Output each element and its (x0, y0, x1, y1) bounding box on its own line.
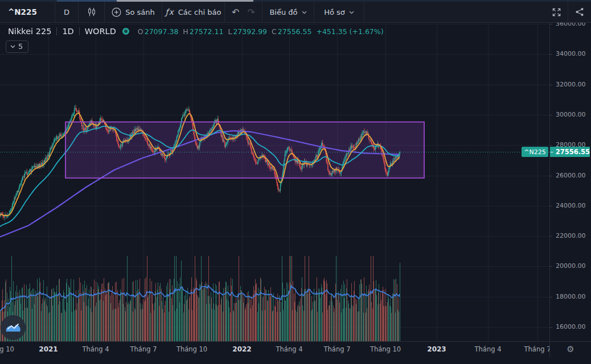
price-chart-canvas[interactable] (0, 23, 549, 341)
platform-logo[interactable] (0, 315, 26, 341)
undo-icon[interactable]: ↶ (232, 7, 239, 18)
ohlc-values: O27097.38 H27572.11 L27392.99 C27556.55 … (138, 27, 384, 36)
y-axis-label: 36000.00 (550, 23, 591, 27)
symbol-text: ^N225 (8, 7, 37, 16)
x-axis-label: Tháng 7 (130, 345, 157, 353)
toolbar: ^N225 D So sánh ƒx Các chỉ báo ↶ ↷ Biểu … (0, 2, 591, 23)
x-axis-label: Tháng 7 (524, 345, 549, 353)
chevron-down-icon (10, 45, 15, 48)
share-button[interactable] (568, 2, 591, 22)
interval-label: D (64, 8, 69, 16)
chart-menu-button[interactable]: Biểu đồ (262, 2, 314, 22)
price-tag-value: – 27556.55 (550, 147, 590, 157)
ohlc-toggle-chip[interactable]: 5 (6, 40, 28, 53)
price-tag-symbol: ^N225 (522, 147, 548, 157)
y-axis-label: 32000.00 (550, 81, 591, 88)
interval-button[interactable]: D (55, 2, 78, 22)
candlestick-icon (87, 7, 97, 17)
chevron-down-icon (302, 11, 307, 14)
close-label: C (272, 27, 277, 36)
high-label: H (183, 27, 188, 36)
series-title[interactable]: Nikkei 225 (8, 27, 51, 36)
chip-value: 5 (18, 42, 23, 51)
y-axis-label: 22000.00 (550, 232, 591, 239)
fullscreen-button[interactable] (545, 2, 568, 22)
compare-button[interactable]: So sánh (105, 2, 162, 22)
open-value: 27097.38 (145, 27, 179, 36)
plus-circle-icon (112, 7, 121, 17)
series-interval[interactable]: 1D (62, 27, 73, 36)
legend-divider (79, 27, 80, 35)
x-axis-label: Tháng 7 (324, 345, 351, 353)
x-axis-label: 2023 (427, 345, 446, 353)
price-axis[interactable]: 36000.0034000.0032000.0030000.0028000.00… (549, 23, 591, 341)
axis-settings-corner: ⚙ (549, 341, 591, 357)
high-value: 27572.11 (190, 27, 224, 36)
x-axis-label: Tháng 10 (370, 345, 401, 353)
profile-menu-button[interactable]: Hồ sơ (314, 2, 364, 22)
chart-style-button[interactable] (79, 2, 104, 22)
close-value: 27556.55 (278, 27, 312, 36)
indicators-button[interactable]: ƒx Các chỉ báo (162, 2, 224, 22)
gear-icon[interactable]: ⚙ (567, 345, 574, 354)
low-label: L (228, 27, 232, 36)
history-group: ↶ ↷ (225, 2, 262, 22)
x-axis-label: Tháng 4 (475, 345, 502, 353)
indicators-label: Các chỉ báo (178, 8, 221, 16)
change-value: +451.35 (+1.67%) (316, 27, 383, 36)
y-axis-label: 30000.00 (550, 111, 591, 118)
legend-divider (56, 27, 57, 35)
fx-icon: ƒx (166, 7, 174, 16)
x-axis-label: Tháng 10 (177, 345, 207, 353)
x-axis-label: g 10 (0, 345, 14, 353)
open-label: O (138, 27, 143, 36)
profile-menu-label: Hồ sơ (324, 8, 345, 16)
y-axis-label: 20000.00 (550, 262, 591, 270)
toolbar-spacer (364, 2, 545, 22)
y-axis-label: 26000.00 (550, 172, 591, 179)
compare-label: So sánh (125, 8, 155, 16)
y-axis-label: 24000.00 (550, 202, 591, 209)
series-status-dot (122, 28, 129, 35)
price-tag-dash: – (550, 148, 553, 156)
symbol-search-button[interactable]: ^N225 (0, 2, 55, 22)
y-axis-label: 16000.00 (550, 323, 591, 330)
redo-icon[interactable]: ↷ (248, 7, 255, 18)
x-axis-label: Tháng 4 (276, 345, 303, 353)
chevron-down-icon (349, 11, 354, 14)
fullscreen-icon (551, 7, 562, 18)
y-axis-label: 34000.00 (550, 50, 591, 57)
x-axis-label: Tháng 4 (83, 345, 109, 353)
series-exchange[interactable]: WORLD (85, 27, 116, 36)
low-value: 27392.99 (233, 27, 267, 36)
share-icon (574, 7, 585, 17)
x-axis-label: 2021 (39, 345, 58, 353)
x-axis-label: 2022 (232, 345, 251, 353)
time-axis[interactable]: g 102021Tháng 4Tháng 7Tháng 102022Tháng … (0, 341, 549, 358)
legend-series-row[interactable]: Nikkei 225 1D WORLD O27097.38 H27572.11 … (8, 27, 384, 36)
y-axis-label: 18000.00 (550, 293, 591, 300)
chart-menu-label: Biểu đồ (269, 8, 297, 16)
